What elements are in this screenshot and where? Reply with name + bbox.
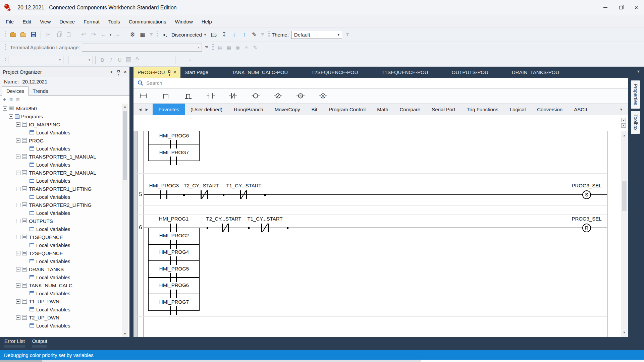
tree-node-local-variables[interactable]: Local Variables: [0, 128, 129, 136]
tree-node-local-variables[interactable]: Local Variables: [0, 209, 129, 217]
variable-label[interactable]: HMI_PROG6: [159, 282, 189, 288]
category-move-copy[interactable]: Move/Copy: [269, 104, 306, 115]
panel-menu-icon[interactable]: ▾: [111, 70, 112, 74]
toolbar-drag-handle[interactable]: [212, 44, 214, 51]
scrollbar-thumb[interactable]: [123, 111, 127, 180]
toolbar-overflow-icon[interactable]: ▾: [261, 34, 264, 36]
collapse-icon[interactable]: [16, 235, 20, 239]
category-program-control[interactable]: Program Control: [323, 104, 371, 115]
autohide-tab-properties[interactable]: Properties: [631, 80, 640, 109]
tab-trends[interactable]: Trends: [29, 87, 52, 95]
new-project-icon[interactable]: [8, 30, 18, 40]
set-coil-icon[interactable]: S: [296, 92, 305, 100]
tab-start-page[interactable]: Start Page: [180, 67, 212, 78]
category-dropdown-icon[interactable]: ▼: [620, 108, 623, 111]
tree-node-local-variables[interactable]: Local Variables: [0, 225, 129, 233]
open-project-icon[interactable]: [18, 30, 28, 40]
autohide-tab-toolbox[interactable]: Toolbox: [631, 111, 640, 134]
tab-t1sequence-pou[interactable]: T1SEQUENCE-POU: [377, 67, 432, 78]
redo-icon[interactable]: ↷: [89, 30, 99, 40]
menu-communications[interactable]: Communications: [124, 19, 171, 24]
variable-label[interactable]: T2_CY...START: [183, 183, 219, 188]
restore-button[interactable]: [613, 0, 629, 15]
bold-button[interactable]: B: [98, 56, 107, 64]
wire-junction[interactable]: [287, 227, 288, 229]
wire-junction[interactable]: [264, 194, 266, 196]
dock-tab-output[interactable]: Output: [32, 338, 47, 348]
category-conversion[interactable]: Conversion: [531, 104, 568, 115]
upload-icon[interactable]: ↑: [239, 30, 249, 40]
tree-node-device[interactable]: Micro850: [0, 104, 129, 112]
tab-tank-num-calc-pou[interactable]: TANK_NUM_CALC-POU: [228, 67, 292, 78]
category-serial-port[interactable]: Serial Port: [426, 104, 461, 115]
collapse-icon[interactable]: [16, 299, 20, 304]
tree-node-program[interactable]: TRANSPORTER1_LIFTING: [0, 185, 129, 193]
tree-node-program[interactable]: TRANSPORTER_2_MANUAL: [0, 169, 129, 177]
variable-label[interactable]: T2_CY...START: [206, 216, 241, 222]
variable-label[interactable]: HMI_PROG7: [159, 299, 189, 305]
spin-down-icon[interactable]: ▼: [621, 123, 626, 128]
terminal-language-select[interactable]: ▾: [82, 44, 202, 52]
category-bit[interactable]: Bit: [306, 104, 323, 115]
tree-node-local-variables[interactable]: Local Variables: [0, 144, 129, 153]
category-rung-branch[interactable]: Rung/Branch: [228, 104, 269, 115]
tree-node-local-variables[interactable]: Local Variables: [0, 289, 129, 297]
tree-node-local-variables[interactable]: Local Variables: [0, 161, 129, 169]
tab-t2sequence-pou[interactable]: T2SEQUENCE-POU: [307, 67, 362, 78]
collapse-icon[interactable]: [16, 203, 20, 207]
variable-label[interactable]: HMI_PROG3: [149, 183, 179, 188]
variable-label[interactable]: HMI_PROG4: [159, 249, 189, 255]
underline-button[interactable]: U: [115, 56, 124, 64]
wrench-icon[interactable]: ⚙: [127, 30, 138, 40]
menu-device[interactable]: Device: [55, 19, 79, 24]
edit-form-icon[interactable]: ▤: [216, 43, 224, 52]
variable-label[interactable]: PROG3_SEL: [572, 183, 601, 188]
wire-junction[interactable]: [223, 194, 224, 196]
download-icon[interactable]: ↓: [229, 30, 239, 40]
connection-dropdown-icon[interactable]: ▾: [204, 33, 206, 37]
scroll-up-icon[interactable]: ▲: [621, 132, 628, 138]
list-icon[interactable]: ≡: [178, 56, 186, 64]
duplicate-icon[interactable]: ⊞: [9, 97, 13, 102]
variable-label[interactable]: PROG3_SEL: [572, 216, 601, 222]
menu-file[interactable]: File: [1, 19, 18, 24]
power-icon[interactable]: ◉: [233, 43, 242, 52]
copy-icon[interactable]: [53, 30, 63, 40]
align-left-icon[interactable]: ≡: [147, 56, 155, 64]
toolbar-overflow-icon[interactable]: ▾: [205, 46, 208, 49]
variable-label[interactable]: HMI_PROG1: [159, 216, 189, 222]
rung-icon[interactable]: [139, 92, 148, 100]
tree-node-program[interactable]: T1SEQUENCE: [0, 233, 129, 241]
contact-icon[interactable]: [206, 92, 215, 100]
category-ascii[interactable]: ASCII: [568, 104, 593, 115]
collapse-icon[interactable]: [16, 122, 20, 127]
tree-node-program[interactable]: T1_UP_DWN: [0, 297, 129, 305]
tree-node-program[interactable]: T2_UP_DWN: [0, 313, 129, 321]
wire-junction[interactable]: [183, 194, 185, 196]
category-favorites[interactable]: Favorites: [153, 104, 185, 115]
category-compare[interactable]: Compare: [394, 104, 426, 115]
tree-node-program[interactable]: PROG: [0, 136, 129, 144]
tree-node-local-variables[interactable]: Local Variables: [0, 241, 129, 249]
category-math[interactable]: Math: [371, 104, 394, 115]
close-panel-icon[interactable]: ×: [124, 69, 127, 75]
menu-format[interactable]: Format: [79, 19, 104, 24]
theme-select[interactable]: Default ▾: [291, 31, 342, 39]
align-center-icon[interactable]: ≡: [155, 56, 164, 64]
tree-node-local-variables[interactable]: Local Variables: [0, 177, 129, 185]
variable-label[interactable]: T1_CY...START: [247, 216, 282, 222]
collapse-icon[interactable]: [16, 187, 20, 191]
toolbar-drag-handle[interactable]: [268, 32, 270, 38]
menu-tools[interactable]: Tools: [104, 19, 124, 24]
toolbar-overflow-icon[interactable]: ▾: [150, 34, 153, 36]
italic-button[interactable]: I: [107, 56, 115, 64]
tab-outputs-pou[interactable]: OUTPUTS-POU: [448, 67, 492, 78]
tree-node-program[interactable]: IO_MAPPING: [0, 120, 129, 128]
pin-icon[interactable]: [117, 70, 120, 72]
tree-node-program[interactable]: TANK_NUM_CALC: [0, 281, 129, 289]
cut-icon[interactable]: ✂: [43, 30, 53, 40]
toolbar-overflow-icon[interactable]: ▾: [346, 34, 349, 36]
collapse-icon[interactable]: [9, 114, 13, 119]
scroll-right-icon[interactable]: ▶: [146, 108, 148, 111]
wire-junction[interactable]: [248, 227, 250, 229]
